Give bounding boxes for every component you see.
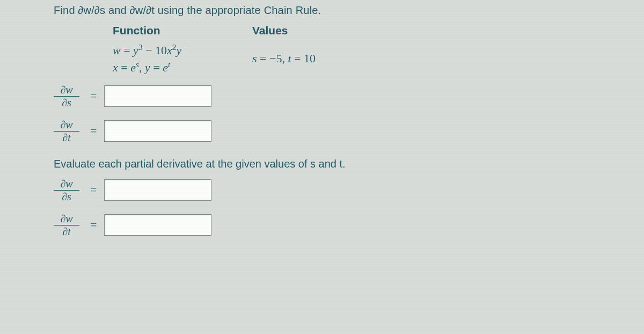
- input-dwds-general[interactable]: [104, 85, 211, 107]
- header-values: Values: [252, 24, 288, 37]
- equals-sign: =: [90, 218, 97, 232]
- evaluated-derivative-answers: ∂w ∂s = ∂w ∂t =: [54, 178, 623, 238]
- evaluate-prompt: Evaluate each partial derivative at the …: [54, 158, 623, 170]
- row-dwdt: ∂w ∂t =: [54, 119, 623, 144]
- function-line-2: x = es, y = et: [113, 59, 252, 76]
- general-derivative-answers: ∂w ∂s = ∂w ∂t =: [54, 84, 623, 144]
- input-dwds-evaluated[interactable]: [104, 179, 211, 201]
- equals-sign: =: [90, 183, 97, 197]
- input-dwdt-evaluated[interactable]: [104, 214, 211, 236]
- row-dwds-eval: ∂w ∂s =: [54, 178, 623, 203]
- fraction-dwds: ∂w ∂s: [54, 84, 79, 109]
- header-function: Function: [113, 24, 252, 37]
- equals-sign: =: [90, 89, 97, 103]
- row-dwdt-eval: ∂w ∂t =: [54, 213, 623, 238]
- problem-definition: w = y3 − 10x2y x = es, y = et s = −5, t …: [113, 41, 623, 76]
- fraction-dwdt: ∂w ∂t: [54, 119, 79, 144]
- fraction-dwds: ∂w ∂s: [54, 178, 79, 203]
- column-headers: Function Values: [113, 24, 623, 37]
- input-dwdt-general[interactable]: [104, 120, 211, 142]
- fraction-dwdt: ∂w ∂t: [54, 213, 79, 238]
- equals-sign: =: [90, 124, 97, 138]
- function-line-1: w = y3 − 10x2y: [113, 41, 252, 59]
- problem-prompt: Find ∂w/∂s and ∂w/∂t using the appropria…: [54, 4, 623, 17]
- values-line: s = −5, t = 10: [252, 50, 316, 67]
- row-dwds: ∂w ∂s =: [54, 84, 623, 109]
